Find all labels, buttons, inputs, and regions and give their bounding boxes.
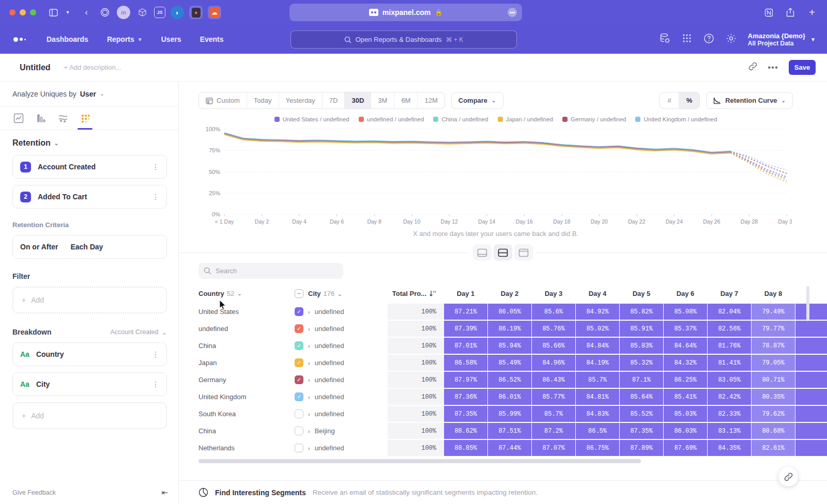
retention-cell[interactable]: 80.71%: [752, 372, 795, 388]
tab-funnels[interactable]: [29, 106, 52, 130]
row-checkbox[interactable]: [295, 410, 303, 418]
retention-criteria-card[interactable]: On or After Each Day: [12, 235, 167, 259]
row-checkbox[interactable]: ✓: [295, 358, 303, 367]
address-bar[interactable]: mixpanel.com 🔒 •••: [289, 4, 522, 21]
cube-extension-icon[interactable]: [135, 6, 149, 19]
kebab-menu-icon[interactable]: ⋮: [152, 193, 159, 201]
retention-cell[interactable]: 88.85%: [444, 440, 487, 456]
retention-cell[interactable]: 85.37%: [664, 321, 707, 337]
retention-chart[interactable]: 100%75%50%25%0%< 1 DayDay 2Day 4Day 6Day…: [198, 125, 793, 230]
expand-chevron-icon[interactable]: ›: [308, 309, 310, 315]
notion-icon[interactable]: [762, 6, 775, 19]
analyze-value[interactable]: User: [80, 90, 96, 98]
retention-cell[interactable]: 85.41%: [664, 389, 707, 405]
retention-cell[interactable]: 85.91%: [620, 321, 663, 337]
save-button[interactable]: Save: [789, 60, 816, 75]
retention-cell[interactable]: 84.35%: [708, 440, 751, 456]
nav-item-users[interactable]: Users: [161, 35, 181, 43]
retention-cell[interactable]: 84.92%: [576, 304, 619, 320]
retention-cell[interactable]: 85.7%: [576, 372, 619, 388]
range-today[interactable]: Today: [247, 92, 279, 108]
share-link-fab[interactable]: [778, 467, 798, 486]
help-icon[interactable]: [703, 33, 714, 46]
retention-cell[interactable]: 79.77%: [752, 321, 795, 337]
sort-descending-icon[interactable]: [429, 290, 436, 297]
tab-retention[interactable]: [74, 106, 96, 130]
retention-cell[interactable]: 82.61%: [752, 440, 795, 456]
give-feedback-link[interactable]: Give Feedback: [12, 489, 56, 496]
retention-cell[interactable]: 86.5%: [576, 423, 619, 439]
row-checkbox[interactable]: ✓: [295, 392, 303, 401]
apps-grid-icon[interactable]: [682, 33, 692, 45]
retention-cell[interactable]: 86.01%: [488, 389, 531, 405]
compare-button[interactable]: Compare⌄: [451, 92, 503, 109]
sidebar-chevron-icon[interactable]: ▼: [61, 6, 74, 19]
nav-item-events[interactable]: Events: [200, 35, 224, 43]
retention-cell[interactable]: 85.94%: [488, 338, 531, 354]
legend-item[interactable]: China / undefined: [433, 116, 488, 122]
row-checkbox[interactable]: [295, 427, 303, 435]
row-checkbox[interactable]: ✓: [295, 375, 303, 384]
retention-cell[interactable]: 86.19%: [488, 321, 531, 337]
retention-step-card[interactable]: 2Added To Cart⋮: [12, 185, 167, 209]
retention-cell[interactable]: 78.87%: [752, 338, 795, 354]
chart-type-dropdown[interactable]: Retention Curve⌄: [706, 92, 793, 109]
nav-item-dashboards[interactable]: Dashboards: [47, 35, 88, 43]
share-icon[interactable]: [784, 6, 797, 19]
range-custom[interactable]: Custom: [199, 92, 247, 108]
retention-cell[interactable]: 84.81%: [576, 389, 619, 405]
legend-item[interactable]: undefined / undefined: [359, 116, 424, 122]
retention-cell[interactable]: 86.03%: [664, 423, 707, 439]
retention-cell[interactable]: 85.08%: [664, 304, 707, 320]
table-row[interactable]: China✓›undefined100%87.01%85.94%85.66%84…: [198, 338, 827, 354]
report-description-placeholder[interactable]: + Add description...: [64, 64, 121, 71]
table-search-input[interactable]: Search: [198, 263, 343, 279]
horizontal-scrollbar[interactable]: [198, 459, 641, 463]
retention-cell[interactable]: 85.02%: [576, 321, 619, 337]
city-column-header[interactable]: – City176⌄: [295, 289, 388, 298]
vertical-scrollbar[interactable]: [806, 286, 809, 321]
breakdown-card[interactable]: AaCountry⋮: [12, 342, 167, 366]
retention-cell[interactable]: 84.96%: [532, 355, 575, 371]
retention-cell[interactable]: 84.84%: [576, 338, 619, 354]
retention-cell[interactable]: 85.66%: [532, 338, 575, 354]
retention-cell[interactable]: 81.41%: [708, 355, 751, 371]
legend-item[interactable]: United States / undefined: [274, 116, 349, 122]
expand-chevron-icon[interactable]: ›: [308, 360, 310, 366]
retention-cell[interactable]: 86.05%: [488, 304, 531, 320]
collapse-sidebar-icon[interactable]: ⇤: [161, 488, 168, 497]
retention-cell[interactable]: 81.76%: [708, 338, 751, 354]
chart-only-view-button[interactable]: [473, 244, 492, 261]
retention-cell[interactable]: 85.99%: [488, 406, 531, 422]
retention-cell[interactable]: 85.82%: [620, 304, 663, 320]
table-row[interactable]: Japan✓›undefined100%86.58%85.49%84.96%84…: [198, 355, 827, 371]
retention-cell[interactable]: 86.25%: [664, 372, 707, 388]
retention-cell[interactable]: 79.49%: [752, 304, 795, 320]
retention-cell[interactable]: 85.64%: [620, 389, 663, 405]
split-view-button[interactable]: [494, 244, 512, 261]
close-window-button[interactable]: [9, 9, 16, 15]
retention-cell[interactable]: 85.03%: [664, 406, 707, 422]
retention-cell[interactable]: 87.89%: [620, 440, 663, 456]
retention-cell[interactable]: 85.32%: [620, 355, 663, 371]
retention-cell[interactable]: 84.32%: [664, 355, 707, 371]
table-only-view-button[interactable]: [514, 244, 533, 261]
expand-chevron-icon[interactable]: ›: [308, 428, 310, 434]
new-tab-icon[interactable]: +: [805, 6, 819, 19]
retention-cell[interactable]: 86.75%: [576, 440, 619, 456]
mixpanel-logo[interactable]: [13, 37, 26, 42]
total-column-header[interactable]: Total Pro...: [388, 290, 443, 297]
range-12m[interactable]: 12M: [418, 92, 444, 108]
data-management-icon[interactable]: [659, 33, 670, 46]
row-checkbox[interactable]: [295, 444, 303, 452]
table-row[interactable]: China›Beijing100%88.62%87.51%87.2%86.5%8…: [198, 423, 827, 439]
table-row[interactable]: United States✓›undefined100%87.21%86.05%…: [198, 304, 827, 320]
retention-cell[interactable]: 87.97%: [444, 372, 487, 388]
retention-cell[interactable]: 85.49%: [488, 355, 531, 371]
country-column-header[interactable]: Country52⌄: [198, 290, 295, 297]
table-row[interactable]: South Korea›undefined100%87.35%85.99%85.…: [198, 406, 827, 422]
retention-cell[interactable]: 87.1%: [620, 372, 663, 388]
breakdown-property[interactable]: Country: [36, 350, 64, 358]
criteria-condition[interactable]: On or After: [20, 243, 58, 251]
retention-cell[interactable]: 82.33%: [708, 406, 751, 422]
